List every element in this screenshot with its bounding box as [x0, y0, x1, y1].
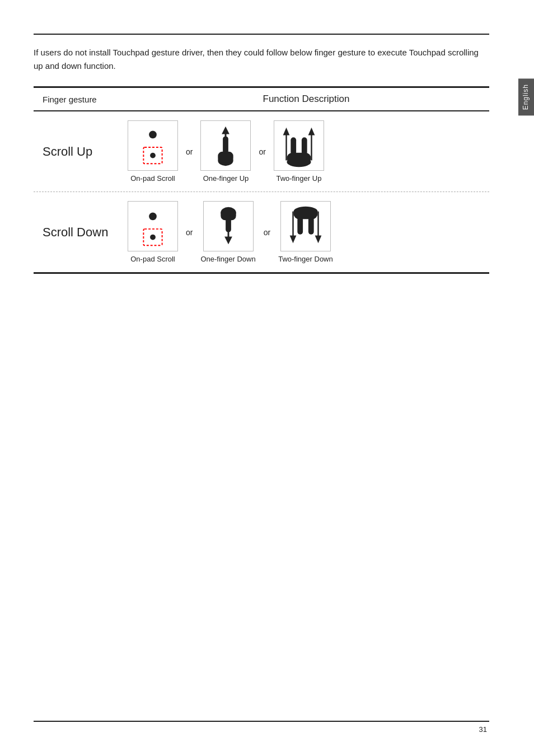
svg-marker-20 — [224, 237, 232, 245]
svg-rect-7 — [223, 136, 229, 153]
intro-text: If users do not install Touchpad gesture… — [34, 46, 489, 73]
svg-point-18 — [150, 235, 156, 240]
scroll-up-label: Scroll Up — [34, 111, 123, 192]
svg-marker-9 — [283, 128, 290, 136]
col-function-header: Function Description — [123, 87, 489, 111]
twofinger-up-item: Two-finger Up — [274, 120, 324, 183]
svg-rect-23 — [226, 214, 231, 232]
or-2-up: or — [259, 147, 265, 156]
onefinger-up-svg — [200, 120, 251, 171]
svg-rect-31 — [308, 217, 314, 234]
twofinger-up-svg — [274, 120, 324, 171]
svg-rect-14 — [291, 137, 296, 155]
svg-rect-29 — [293, 208, 317, 220]
scroll-up-row: Scroll Up — [34, 111, 489, 192]
onpad-up-svg — [128, 120, 178, 171]
svg-point-16 — [149, 213, 157, 221]
onefinger-down-svg — [203, 201, 254, 251]
svg-marker-11 — [308, 128, 315, 136]
or-1-down: or — [186, 228, 193, 237]
language-label: English — [522, 84, 530, 110]
onefinger-up-item: One-finger Up — [200, 120, 251, 183]
onpad-scroll-up-item: On-pad Scroll — [128, 120, 178, 183]
main-content: If users do not install Touchpad gesture… — [34, 34, 489, 274]
svg-rect-30 — [297, 217, 303, 234]
footer-area: 31 — [34, 710, 489, 734]
twofinger-up-caption: Two-finger Up — [276, 174, 321, 183]
svg-point-0 — [149, 131, 157, 139]
onefinger-down-item: One-finger Down — [200, 201, 255, 263]
bottom-rule — [34, 721, 489, 722]
twofinger-down-caption: Two-finger Down — [278, 255, 333, 263]
scroll-up-inner: On-pad Scroll or — [128, 120, 485, 183]
twofinger-down-item: Two-finger Down — [278, 201, 333, 263]
col-finger-header: Finger gesture — [34, 87, 123, 111]
onpad-scroll-down-item: On-pad Scroll — [128, 201, 178, 263]
twofinger-down-svg — [280, 201, 331, 251]
scroll-down-label: Scroll Down — [34, 192, 123, 273]
table-header-row: Finger gesture Function Description — [34, 87, 489, 111]
gesture-table: Finger gesture Function Description Scro… — [34, 86, 489, 274]
svg-marker-27 — [315, 236, 322, 244]
onpad-down-caption: On-pad Scroll — [130, 255, 175, 263]
onpad-down-svg — [128, 201, 178, 251]
svg-marker-4 — [222, 127, 230, 134]
scroll-down-inner: On-pad Scroll or — [128, 201, 485, 263]
or-2-down: or — [264, 228, 270, 237]
svg-rect-13 — [287, 153, 311, 164]
svg-point-2 — [150, 153, 156, 158]
onpad-up-caption: On-pad Scroll — [130, 174, 175, 183]
top-rule — [34, 34, 489, 35]
svg-rect-15 — [302, 137, 307, 155]
scroll-up-images: On-pad Scroll or — [123, 111, 489, 192]
scroll-down-images: On-pad Scroll or — [123, 192, 489, 273]
scroll-down-row: Scroll Down — [34, 192, 489, 273]
svg-marker-25 — [290, 236, 297, 244]
or-1-up: or — [186, 147, 193, 156]
language-tab: English — [518, 78, 534, 115]
page-number: 31 — [34, 725, 489, 734]
onefinger-down-caption: One-finger Down — [200, 255, 255, 263]
onefinger-up-caption: One-finger Up — [203, 174, 249, 183]
